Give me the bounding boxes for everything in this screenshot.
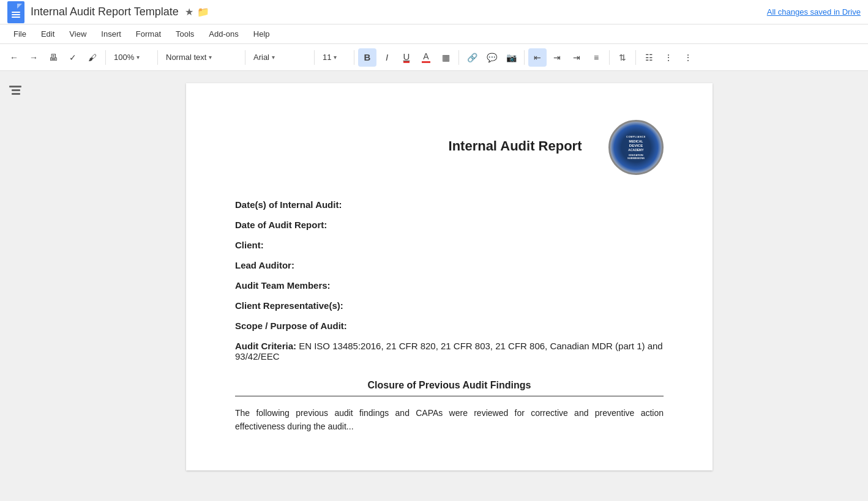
italic-button[interactable]: I [378, 48, 396, 67]
field-dates: Date(s) of Internal Audit: [235, 199, 664, 210]
line-spacing-button[interactable]: ⇅ [613, 48, 632, 67]
section-heading: Closure of Previous Audit Findings [235, 380, 664, 391]
field-scope: Scope / Purpose of Audit: [235, 321, 664, 331]
divider-9 [635, 50, 636, 65]
field-audit-criteria-label: Audit Criteria: [235, 341, 296, 351]
divider-7 [524, 50, 525, 65]
divider-4 [314, 50, 315, 65]
menu-addons[interactable]: Add-ons [203, 27, 244, 41]
logo-line1: COMPLIANCE [626, 135, 646, 138]
left-panel [0, 71, 31, 501]
align-left-icon: ⇤ [534, 53, 541, 62]
bulleted-list-button[interactable]: ⋮ [659, 48, 678, 67]
more-list-button[interactable]: ⋮ [679, 48, 697, 67]
font-arrow: ▾ [272, 54, 275, 61]
style-select[interactable]: Normal text ▾ [162, 48, 241, 67]
font-value: Arial [253, 53, 269, 62]
section-divider [235, 396, 664, 396]
print-button[interactable]: 🖶 [44, 48, 62, 67]
highlight-button[interactable]: ▦ [436, 48, 455, 67]
image-button[interactable]: 📷 [502, 48, 520, 67]
outline-line-2 [12, 89, 20, 91]
menu-bar: File Edit View Insert Format Tools Add-o… [0, 24, 868, 44]
align-center-button[interactable]: ⇥ [548, 48, 566, 67]
menu-help[interactable]: Help [247, 27, 276, 41]
field-audit-criteria-value: EN ISO 13485:2016, 21 CFR 820, 21 CFR 80… [235, 341, 663, 362]
divider-6 [458, 50, 459, 65]
size-select[interactable]: 11 ▾ [318, 48, 350, 67]
doc-icon [7, 1, 24, 23]
field-client-rep-label: Client Representative(s): [235, 300, 343, 311]
logo-inner: COMPLIANCE MEDICAL DEVICE ACADEMY EDUCAT… [626, 135, 646, 160]
field-report-date: Date of Audit Report: [235, 220, 664, 230]
redo-button[interactable]: → [24, 48, 43, 67]
undo-button[interactable]: ← [5, 48, 23, 67]
menu-format[interactable]: Format [130, 27, 167, 41]
field-team-members-label: Audit Team Members: [235, 280, 331, 291]
align-right-button[interactable]: ⇥ [567, 48, 586, 67]
folder-icon[interactable]: 📁 [197, 6, 209, 18]
field-client-label: Client: [235, 240, 264, 250]
toolbar: ← → 🖶 ✓ 🖌 100% ▾ Normal text ▾ Arial ▾ 1… [0, 44, 868, 71]
document-title: Internal Audit Report Template [31, 6, 179, 18]
doc-page: Internal Audit Report COMPLIANCE MEDICAL… [186, 83, 713, 470]
drive-link[interactable]: All changes saved in Drive [767, 7, 861, 17]
numbered-list-button[interactable]: ☷ [640, 48, 658, 67]
menu-insert[interactable]: Insert [95, 27, 127, 41]
zoom-value: 100% [114, 53, 134, 62]
italic-label: I [386, 52, 388, 62]
outline-icon[interactable] [7, 83, 24, 100]
size-arrow: ▾ [334, 54, 337, 61]
title-bar: Internal Audit Report Template ★ 📁 All c… [0, 0, 868, 24]
spellcheck-button[interactable]: ✓ [64, 48, 82, 67]
menu-view[interactable]: View [63, 27, 92, 41]
justify-button[interactable]: ≡ [587, 48, 605, 67]
underline-button[interactable]: U [397, 48, 416, 67]
field-audit-criteria: Audit Criteria: EN ISO 13485:2016, 21 CF… [235, 341, 664, 362]
field-scope-label: Scope / Purpose of Audit: [235, 321, 347, 331]
size-value: 11 [323, 53, 331, 62]
comment-button[interactable]: 💬 [482, 48, 501, 67]
zoom-arrow: ▾ [137, 54, 140, 61]
logo-line4: ACADEMY [626, 148, 646, 152]
align-left-button[interactable]: ⇤ [528, 48, 547, 67]
text-color-button[interactable]: A [417, 48, 435, 67]
text-color-icon: A [422, 51, 430, 63]
app-body: Internal Audit Report COMPLIANCE MEDICAL… [0, 71, 868, 501]
style-arrow: ▾ [209, 54, 212, 61]
menu-file[interactable]: File [7, 27, 32, 41]
field-dates-label: Date(s) of Internal Audit: [235, 199, 342, 210]
bold-label: B [364, 52, 371, 62]
save-status: All changes saved in Drive [767, 7, 861, 17]
doc-header: Internal Audit Report COMPLIANCE MEDICAL… [235, 120, 664, 175]
zoom-select[interactable]: 100% ▾ [110, 48, 154, 67]
outline-line-1 [9, 86, 21, 87]
field-team-members: Audit Team Members: [235, 280, 664, 291]
bold-button[interactable]: B [358, 48, 376, 67]
divider-3 [245, 50, 245, 65]
field-client-rep: Client Representative(s): [235, 300, 664, 311]
section-text: The following previous audit findings an… [235, 406, 664, 434]
divider-8 [609, 50, 610, 65]
doc-fields: Date(s) of Internal Audit: Date of Audit… [235, 199, 664, 362]
outline-line-3 [12, 93, 20, 95]
logo-line2: MEDICAL [626, 139, 646, 144]
logo-line3: DEVICE [626, 144, 646, 149]
link-button[interactable]: 🔗 [463, 48, 481, 67]
menu-edit[interactable]: Edit [35, 27, 61, 41]
doc-main-title: Internal Audit Report [422, 120, 608, 154]
divider-5 [354, 50, 354, 65]
field-lead-auditor: Lead Auditor: [235, 260, 664, 270]
menu-tools[interactable]: Tools [170, 27, 200, 41]
field-client: Client: [235, 240, 664, 250]
star-icon[interactable]: ★ [185, 6, 193, 18]
doc-area: Internal Audit Report COMPLIANCE MEDICAL… [31, 71, 868, 501]
font-select[interactable]: Arial ▾ [249, 48, 310, 67]
underline-label: U [403, 52, 410, 63]
divider-2 [157, 50, 158, 65]
logo-line6: SUBMISSIONS [626, 157, 646, 160]
field-lead-auditor-label: Lead Auditor: [235, 260, 294, 270]
field-report-date-label: Date of Audit Report: [235, 220, 327, 230]
paint-format-button[interactable]: 🖌 [83, 48, 102, 67]
logo-circle: COMPLIANCE MEDICAL DEVICE ACADEMY EDUCAT… [608, 120, 664, 175]
